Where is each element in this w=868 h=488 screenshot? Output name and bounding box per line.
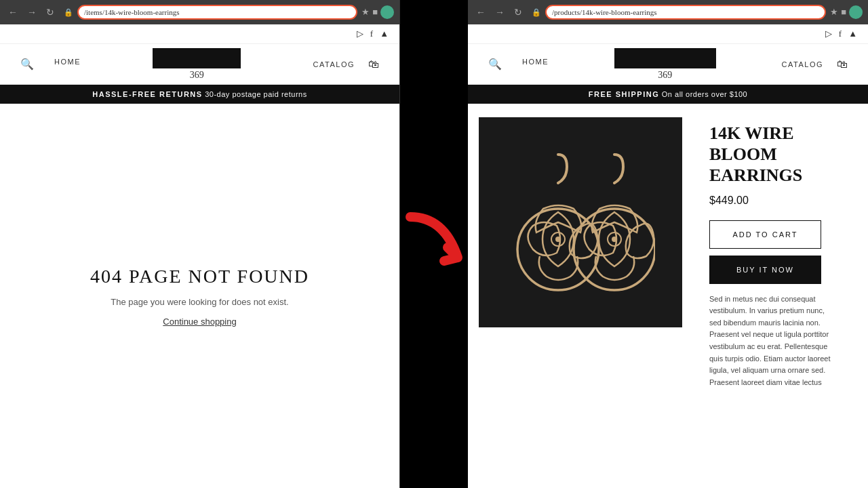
right-reload-button[interactable]: ↻ — [511, 5, 525, 19]
right-cart-icon[interactable]: 🛍 — [837, 58, 848, 70]
right-nav: 🔍 HOME 369 CATALOG 🛍 — [468, 44, 868, 85]
right-pinterest-icon[interactable]: ▲ — [848, 28, 857, 39]
product-price: $449.00 — [709, 195, 857, 207]
left-banner: HASSLE-FREE RETURNS 30-day postage paid … — [0, 85, 399, 104]
product-info-column: 14K WIRE BLOOM EARRINGS $449.00 ADD TO C… — [709, 117, 857, 474]
right-nav-logo: 369 — [614, 48, 716, 81]
right-nav-left: 🔍 HOME — [488, 58, 549, 70]
left-logo-num: 369 — [153, 70, 241, 81]
right-logo-num: 369 — [614, 70, 716, 81]
forward-button[interactable]: → — [24, 5, 39, 19]
left-banner-text: 30-day postage paid returns — [205, 90, 307, 98]
page-404-content: 404 PAGE NOT FOUND The page you were loo… — [0, 104, 399, 488]
buy-it-now-button[interactable]: BUY IT NOW — [709, 256, 821, 284]
404-subtitle: The page you were looking for does not e… — [111, 297, 288, 307]
right-banner-bold: FREE SHIPPING — [589, 90, 659, 98]
right-toolbar: ← → ↻ 🔒 /products/14k-wire-bloom-earring… — [468, 0, 868, 24]
right-profile-icon[interactable] — [849, 5, 863, 19]
left-banner-bold: HASSLE-FREE RETURNS — [92, 90, 202, 98]
lock-icon: 🔒 — [64, 8, 73, 17]
continue-shopping-link[interactable]: Continue shopping — [163, 317, 236, 327]
right-forward-button[interactable]: → — [492, 5, 507, 19]
earring-illustration — [506, 141, 655, 304]
right-banner-text: On all orders over $100 — [662, 90, 747, 98]
left-toolbar-icons: ★ ■ — [361, 5, 394, 19]
left-cart-icon[interactable]: 🛍 — [368, 58, 379, 70]
left-browser: ← → ↻ 🔒 /items/14k-wire-bloom-earrings ★… — [0, 0, 400, 488]
left-toolbar: ← → ↻ 🔒 /items/14k-wire-bloom-earrings ★… — [0, 0, 399, 24]
product-image-column — [479, 117, 696, 474]
right-star-icon[interactable]: ★ — [830, 7, 838, 18]
back-button[interactable]: ← — [5, 5, 20, 19]
right-nav-home[interactable]: HOME — [522, 58, 549, 70]
left-nav-right: CATALOG 🛍 — [313, 58, 379, 70]
right-browser: ← → ↻ 🔒 /products/14k-wire-bloom-earring… — [468, 0, 868, 488]
right-lock-icon: 🔒 — [532, 8, 541, 17]
left-nav-logo: 369 — [153, 48, 241, 81]
instagram-icon[interactable]: ▷ — [357, 28, 363, 39]
right-address-bar[interactable]: /products/14k-wire-bloom-earrings — [545, 5, 826, 20]
pinterest-icon[interactable]: ▲ — [380, 28, 389, 39]
right-nav-catalog[interactable]: CATALOG — [782, 60, 823, 68]
right-site-content: ▷ f ▲ 🔍 HOME 369 CATALOG — [468, 24, 868, 488]
right-extensions-icon[interactable]: ■ — [841, 7, 846, 18]
product-image-box — [479, 117, 682, 327]
right-banner: FREE SHIPPING On all orders over $100 — [468, 85, 868, 104]
right-url: /products/14k-wire-bloom-earrings — [552, 8, 657, 16]
redirect-arrow — [403, 203, 465, 285]
right-search-icon[interactable]: 🔍 — [488, 58, 502, 70]
right-toolbar-icons: ★ ■ — [830, 5, 863, 19]
extensions-icon[interactable]: ■ — [372, 7, 378, 18]
left-social-bar: ▷ f ▲ — [0, 24, 399, 44]
left-nav-catalog[interactable]: CATALOG — [313, 60, 355, 68]
right-instagram-icon[interactable]: ▷ — [825, 28, 832, 39]
profile-icon[interactable] — [380, 5, 394, 19]
svg-point-2 — [555, 237, 561, 242]
reload-button[interactable]: ↻ — [43, 5, 57, 19]
star-icon[interactable]: ★ — [361, 7, 370, 18]
left-search-icon[interactable]: 🔍 — [20, 58, 34, 70]
left-url: /items/14k-wire-bloom-earrings — [84, 8, 180, 16]
center-divider — [400, 0, 468, 488]
add-to-cart-button[interactable]: ADD TO CART — [709, 220, 821, 249]
product-main: 14K WIRE BLOOM EARRINGS $449.00 ADD TO C… — [468, 104, 868, 488]
left-nav: 🔍 HOME 369 CATALOG 🛍 — [0, 44, 399, 85]
right-social-bar: ▷ f ▲ — [468, 24, 868, 44]
left-logo-rect — [153, 48, 241, 68]
product-title: 14K WIRE BLOOM EARRINGS — [709, 123, 857, 186]
right-logo-rect — [614, 48, 716, 68]
right-back-button[interactable]: ← — [473, 5, 488, 19]
product-page: 14K WIRE BLOOM EARRINGS $449.00 ADD TO C… — [468, 104, 868, 488]
left-nav-left: 🔍 HOME — [20, 58, 81, 70]
right-browser-window: ← → ↻ 🔒 /products/14k-wire-bloom-earring… — [468, 0, 868, 488]
left-site-content: ▷ f ▲ 🔍 HOME 369 CATALOG 🛍 — [0, 24, 399, 488]
product-description: Sed in metus nec dui consequat vestibulu… — [709, 293, 838, 389]
404-title: 404 PAGE NOT FOUND — [90, 266, 309, 287]
left-address-bar[interactable]: /items/14k-wire-bloom-earrings — [77, 5, 357, 20]
facebook-icon[interactable]: f — [370, 28, 373, 39]
svg-point-5 — [612, 237, 617, 242]
right-nav-right: CATALOG 🛍 — [782, 58, 848, 70]
right-facebook-icon[interactable]: f — [839, 28, 842, 39]
left-nav-home[interactable]: HOME — [54, 58, 81, 70]
